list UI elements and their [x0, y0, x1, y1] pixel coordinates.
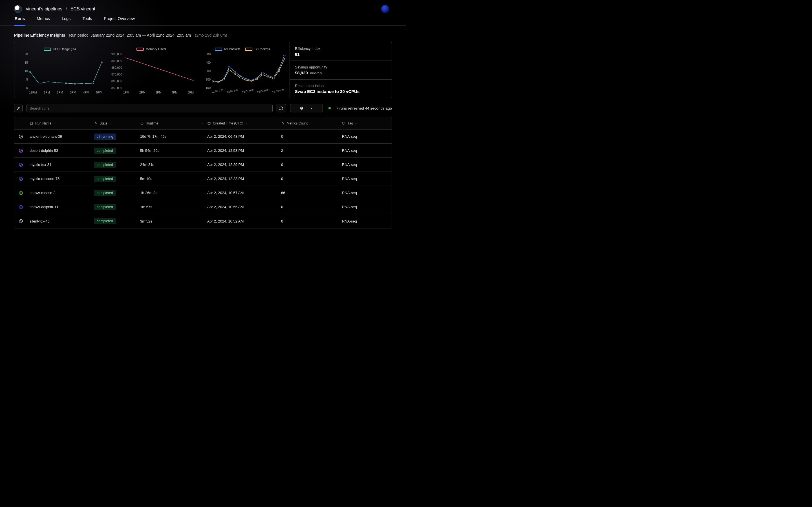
svg-point-49 [19, 219, 22, 223]
col-tag[interactable]: Tag↑↓ [342, 121, 388, 125]
status-badge: completed [94, 148, 116, 154]
run-metrics: 0 [281, 219, 342, 223]
chart-0: CPU Usage (%)2015105012PM1PM2PM3PM4PM5PM [16, 46, 103, 96]
col-metrics[interactable]: Metrics Count↑↓ [281, 121, 342, 125]
run-name[interactable]: desert-dolphin-53 [30, 149, 94, 153]
avatar[interactable] [14, 5, 22, 13]
svg-point-47 [19, 191, 22, 194]
breadcrumb: vincent's pipelines / ECS vincent [26, 6, 95, 11]
col-run-name[interactable]: Run Name↑↓ [30, 121, 94, 125]
refresh-button[interactable] [276, 104, 286, 112]
kpi-savings-value: $8,930monthly [295, 70, 387, 75]
run-status-icon [18, 148, 23, 153]
svg-point-38 [283, 59, 285, 59]
table-row[interactable]: desert-dolphin-53completed5h 54m 29sApr … [14, 144, 392, 158]
run-name[interactable]: mystic-raccoon-75 [30, 177, 94, 181]
svg-point-29 [234, 73, 236, 74]
tag-icon [342, 121, 346, 125]
legend-swatch-icon [245, 48, 252, 51]
run-tag: RNA-seq [342, 219, 388, 223]
breadcrumb-sep: / [66, 6, 67, 11]
chart-1: Memory Used900,000890,000880,000870,0008… [107, 46, 195, 96]
svg-point-21 [267, 75, 269, 76]
svg-point-15 [234, 71, 236, 72]
table-header: Run Name↑↓ State↑↓ Runtime↑↓ Created Tim… [14, 117, 392, 129]
run-runtime: 5m 10s [140, 177, 207, 181]
svg-rect-41 [208, 122, 210, 124]
legend-swatch-icon [137, 48, 144, 51]
tab-tools[interactable]: Tools [82, 16, 93, 25]
svg-point-6 [83, 83, 85, 84]
legend-item: Memory Used [137, 47, 166, 51]
status-dot-icon [328, 107, 331, 109]
refresh-icon [279, 106, 283, 110]
col-created[interactable]: Created Time (UTC)↑↓ [207, 121, 281, 125]
svg-point-34 [261, 74, 263, 75]
svg-point-45 [19, 163, 22, 166]
svg-point-5 [74, 83, 76, 84]
run-metrics: 0 [281, 134, 342, 138]
wrench-icon [16, 106, 20, 110]
svg-point-35 [267, 76, 269, 77]
run-created: Apr 2, 2024, 10:55 AM [207, 205, 281, 209]
tab-logs[interactable]: Logs [61, 16, 71, 25]
breadcrumb-project[interactable]: ECS vincent [70, 6, 95, 11]
svg-point-32 [250, 80, 252, 81]
search-input-wrap[interactable] [27, 104, 273, 112]
table-row[interactable]: mystic-raccoon-75completed5m 10sApr 2, 2… [14, 172, 392, 186]
run-name[interactable]: snowy-moose-3 [30, 191, 94, 195]
sort-icon: ↑↓ [53, 122, 55, 125]
tab-metrics[interactable]: Metrics [36, 16, 50, 25]
legend-label: CPU Usage (%) [53, 47, 76, 51]
col-runtime[interactable]: Runtime↑↓ [140, 121, 207, 125]
search-input[interactable] [30, 106, 269, 110]
activity-icon [281, 121, 285, 125]
run-name[interactable]: ancient-elephant-39 [30, 134, 94, 138]
tab-runs[interactable]: Runs [14, 16, 26, 25]
svg-point-0 [29, 71, 31, 72]
svg-point-4 [65, 82, 67, 83]
svg-point-26 [217, 82, 219, 82]
run-metrics: 0 [281, 177, 342, 181]
run-name[interactable]: mystic-fox-31 [30, 163, 94, 167]
kpi-efficiency-value: 81 [295, 52, 387, 57]
table-row[interactable]: snowy-dolphin-11completed1m 57sApr 2, 20… [14, 200, 392, 214]
status-badge: completed [94, 204, 116, 210]
legend-swatch-icon [215, 48, 222, 51]
sort-icon: ↑↓ [109, 122, 111, 125]
legend-item: CPU Usage (%) [44, 47, 76, 51]
refresh-status-text: 7 runs refreshed 44 seconds ago [336, 106, 392, 110]
svg-point-24 [283, 55, 285, 56]
run-name[interactable]: snowy-dolphin-11 [30, 205, 94, 209]
run-tag: RNA-seq [342, 177, 388, 181]
time-filter-dropdown[interactable] [290, 104, 323, 112]
tools-button[interactable] [14, 104, 22, 112]
run-created: Apr 2, 2024, 12:23 PM [207, 177, 281, 181]
svg-point-1 [38, 83, 40, 84]
run-status-icon [18, 134, 23, 139]
status-badge: running [94, 133, 116, 140]
status-badge: completed [94, 190, 116, 196]
breadcrumb-owner[interactable]: vincent's pipelines [26, 6, 62, 11]
charts-container: CPU Usage (%)2015105012PM1PM2PM3PM4PM5PM… [14, 42, 290, 98]
svg-point-37 [278, 71, 280, 71]
svg-point-20 [261, 72, 263, 73]
col-state[interactable]: State↑↓ [94, 121, 140, 125]
table-row[interactable]: ancient-elephant-39running19d 7h 17m 46s… [14, 129, 392, 144]
table-row[interactable]: snowy-moose-3completed1h 26m 3sApr 2, 20… [14, 186, 392, 200]
assistant-orb-icon[interactable] [381, 5, 389, 13]
svg-point-31 [245, 80, 247, 80]
clock-icon [300, 106, 304, 110]
sort-icon: ↑↓ [245, 122, 247, 125]
tabs: Runs Metrics Logs Tools Project Overview [0, 13, 406, 25]
status-badge: completed [94, 176, 116, 182]
spinner-icon [97, 135, 100, 138]
tab-project-overview[interactable]: Project Overview [103, 16, 135, 25]
table-row[interactable]: mystic-fox-31completed24m 31sApr 2, 2024… [14, 158, 392, 172]
svg-point-2 [47, 81, 49, 82]
svg-point-9 [124, 57, 126, 58]
legend-label: Tx Packets [254, 47, 270, 51]
run-name[interactable]: silent-fox-46 [30, 219, 94, 223]
table-row[interactable]: silent-fox-46completed3m 52sApr 2, 2024,… [14, 214, 392, 228]
svg-point-33 [256, 79, 258, 80]
